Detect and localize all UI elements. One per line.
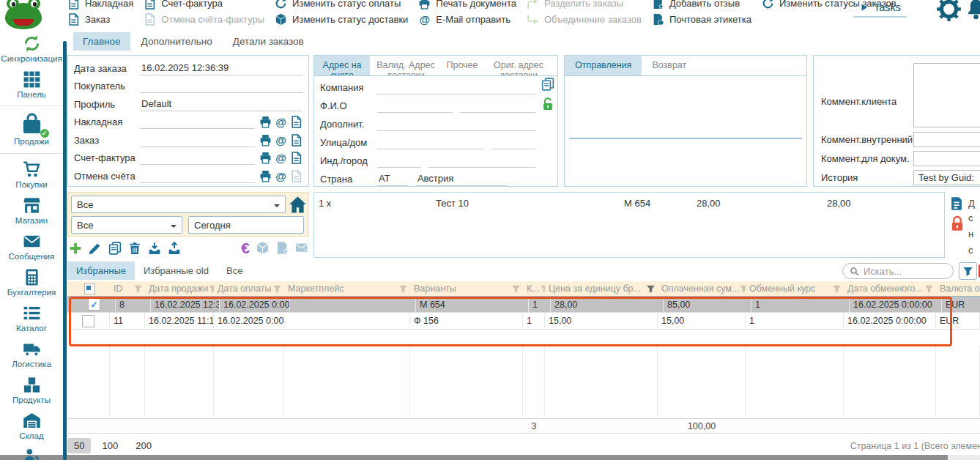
cancel-invoice-button[interactable]: Отмена счёта-фактуры xyxy=(144,11,264,27)
internal-comment-input[interactable] xyxy=(913,132,980,147)
main-tab-0[interactable]: Главное xyxy=(73,32,130,51)
column-header-select[interactable] xyxy=(67,281,110,296)
column-header-exchange-rate[interactable]: Обменный курс xyxy=(746,281,844,296)
document-comment-input[interactable] xyxy=(913,151,980,166)
category-select[interactable]: Все xyxy=(71,196,286,213)
printer-icon[interactable] xyxy=(259,152,272,164)
email-icon[interactable]: @ xyxy=(275,170,287,182)
scrollbar-thumb[interactable] xyxy=(0,455,948,460)
address-tab-0[interactable]: Адрес на счете xyxy=(314,56,370,75)
funnel-icon[interactable] xyxy=(398,284,408,294)
euro-icon[interactable]: € xyxy=(241,241,250,255)
column-header-id[interactable]: ID xyxy=(110,281,145,296)
mail-star-icon[interactable] xyxy=(295,241,309,255)
search-box[interactable]: Искать... xyxy=(842,263,954,279)
copy-icon[interactable] xyxy=(108,242,122,255)
doc-star-icon[interactable] xyxy=(275,241,289,255)
email-icon[interactable]: @ xyxy=(275,152,287,164)
sidebar-item-sales[interactable]: ✓Продажи xyxy=(0,105,63,154)
field-input-profile[interactable]: Default xyxy=(140,97,302,111)
address-tab-3[interactable]: Ориг. адрес доставки xyxy=(483,56,554,75)
sidebar-item-dashboard[interactable]: Панель xyxy=(0,70,63,100)
address-input[interactable] xyxy=(491,136,535,149)
address-tab-1[interactable]: Валид. Адрес доставки xyxy=(370,56,442,75)
doc-number-icon[interactable] xyxy=(290,170,302,182)
row-checkbox[interactable]: ✓ xyxy=(88,298,100,311)
field-input-order-date[interactable]: 16.02.2025 12:36:39 xyxy=(140,62,302,75)
edit-icon[interactable] xyxy=(89,242,102,255)
field-input-buyer[interactable] xyxy=(140,79,302,93)
address-input[interactable]: Австрия xyxy=(416,173,508,186)
page-size-200[interactable]: 200 xyxy=(129,438,158,453)
row-checkbox[interactable] xyxy=(82,315,94,327)
add-icon[interactable] xyxy=(69,242,82,255)
merge-orders-button[interactable]: Объединение заказов xyxy=(527,11,642,27)
home-icon[interactable] xyxy=(289,196,307,214)
sidebar-item-accounting[interactable]: Бухгалтерия xyxy=(0,267,63,297)
search-input[interactable]: Искать... xyxy=(864,266,902,277)
funnel-icon[interactable] xyxy=(540,284,545,294)
sidebar-item-messages[interactable]: Сообщения xyxy=(0,231,63,261)
print-document-button[interactable]: Печать документа xyxy=(418,0,516,11)
sidebar-item-logistics[interactable]: Логистика xyxy=(0,339,63,369)
funnel-icon[interactable] xyxy=(133,284,143,294)
printer-icon[interactable] xyxy=(259,116,272,128)
main-tab-1[interactable]: Дополнительно xyxy=(132,32,222,51)
split-orders-button[interactable]: Разделить заказы xyxy=(527,0,642,11)
select-all-checkbox[interactable] xyxy=(84,283,95,294)
doc-number-icon[interactable] xyxy=(290,134,302,146)
column-header-qty[interactable]: К... xyxy=(523,281,545,296)
printer-icon[interactable] xyxy=(259,134,272,146)
sidebar-item-warehouse[interactable]: Склад xyxy=(0,411,63,441)
email-icon[interactable]: @ xyxy=(275,134,287,146)
funnel-icon[interactable] xyxy=(511,284,521,294)
period-input[interactable]: Сегодня xyxy=(188,216,304,234)
address-tab-2[interactable]: Прочее xyxy=(442,56,483,75)
export-icon[interactable] xyxy=(168,242,181,255)
funnel-icon[interactable] xyxy=(924,284,934,294)
page-size-100[interactable]: 100 xyxy=(95,438,125,453)
orders-tab-1[interactable]: Избранные old xyxy=(135,261,218,280)
change-payment-status-button[interactable]: Изменить статус оплаты xyxy=(275,0,408,11)
settings-gear-icon[interactable] xyxy=(936,0,962,22)
funnel-icon[interactable] xyxy=(646,284,656,294)
send-email-button[interactable]: @E-Mail отправить xyxy=(418,11,516,27)
column-header-variants[interactable]: Варианты xyxy=(410,281,523,296)
orders-tab-0[interactable]: Избранные xyxy=(67,261,135,280)
tasks-button[interactable]: Tasks xyxy=(853,1,907,18)
mail-label-button[interactable]: Почтовая этикетка xyxy=(652,11,751,27)
notifications-bell-icon[interactable] xyxy=(965,0,980,21)
address-input[interactable] xyxy=(428,155,535,168)
shipments-tab-0[interactable]: Отправления xyxy=(565,56,642,75)
funnel-icon[interactable] xyxy=(832,284,842,294)
delete-icon[interactable] xyxy=(128,242,141,255)
sidebar-item-purchases[interactable]: Покупки xyxy=(0,160,63,190)
table-row-0[interactable]: ✓816.02.2025 12:36:3916.02.2025 0:00:00M… xyxy=(67,296,980,313)
main-tab-2[interactable]: Детали заказов xyxy=(223,32,313,51)
sidebar-item-clients[interactable]: Клиенты xyxy=(0,447,63,460)
change-delivery-status-button[interactable]: Изменить статус доставки xyxy=(275,11,408,27)
sidebar-scrollbar[interactable] xyxy=(63,41,67,460)
order-button[interactable]: Заказ xyxy=(67,11,133,27)
import-icon[interactable] xyxy=(148,242,161,255)
column-header-currency[interactable]: Валюта о... xyxy=(936,281,980,296)
address-input[interactable] xyxy=(377,81,535,94)
field-input-waybill[interactable] xyxy=(140,115,255,129)
add-review-button[interactable]: Добавить отзыв xyxy=(652,0,751,11)
address-input[interactable] xyxy=(377,118,535,131)
field-input-order[interactable] xyxy=(140,133,255,147)
funnel-icon[interactable] xyxy=(208,284,214,294)
doc-number-icon[interactable] xyxy=(290,152,302,164)
column-header-sale-date[interactable]: Дата продажи xyxy=(145,281,214,296)
waybill-button[interactable]: Накладная xyxy=(67,0,133,11)
shipments-tab-1[interactable]: Возврат xyxy=(642,56,697,75)
address-input[interactable] xyxy=(377,155,421,168)
printer-icon[interactable] xyxy=(259,170,272,182)
email-icon[interactable]: @ xyxy=(275,116,287,128)
column-header-paid-sum[interactable]: Оплаченная сум... xyxy=(658,281,746,296)
invoice-button[interactable]: Счет-фактура xyxy=(144,0,264,11)
client-comment-textarea[interactable] xyxy=(913,63,980,127)
address-input[interactable] xyxy=(377,100,453,113)
address-input[interactable]: AT xyxy=(377,173,409,186)
funnel-icon[interactable] xyxy=(272,284,282,294)
